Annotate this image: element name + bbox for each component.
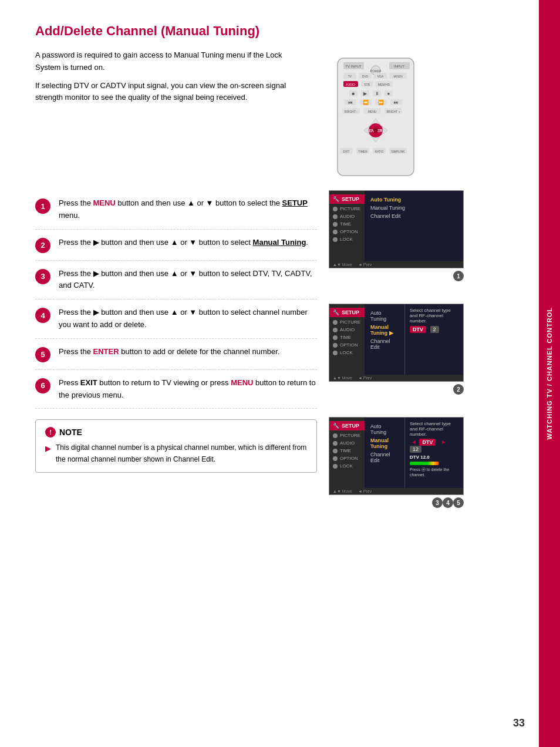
- screen-badge-4: 4: [443, 497, 453, 508]
- detail-text-3a: Select channel type and RF-channel numbe…: [410, 421, 458, 437]
- menu-channel-edit: Channel Edit: [370, 212, 457, 220]
- step-1: 1 Press the MENU button and then use ▲ o…: [35, 190, 317, 230]
- svg-text:BRIGHT -: BRIGHT -: [345, 110, 357, 113]
- note-bullet: ▶: [45, 443, 51, 465]
- sidebar-option-3: OPTION: [329, 455, 365, 462]
- svg-text:MENU: MENU: [368, 110, 377, 113]
- step-4: 4 Press the ▶ button and then use ▲ or ▼…: [35, 300, 317, 339]
- step-text-1: Press the MENU button and then use ▲ or …: [59, 197, 317, 222]
- screen-footer-2: ▲▼ Move ◄ Prev: [329, 375, 463, 381]
- svg-text:RATIO: RATIO: [375, 150, 384, 153]
- step-text-2: Press the ▶ button and then use ▲ or ▼ b…: [59, 237, 317, 249]
- sidebar-audio-3: AUDIO: [329, 439, 365, 447]
- page-number: 33: [513, 717, 525, 729]
- sidebar-label: WATCHING TV / CHANNEL CONTROL: [546, 307, 553, 439]
- step-3: 3 Press the ▶ button and then use ▲ or ▼…: [35, 261, 317, 300]
- note-box: ! NOTE ▶ This digital channel number is …: [35, 419, 317, 472]
- menu-auto-tuning: Auto Tuning: [370, 196, 457, 204]
- svg-text:⏮: ⏮: [348, 100, 353, 105]
- screen-detail-2: Select channel type and RF-channel numbe…: [404, 304, 463, 375]
- intro-para1: A password is required to gain access to…: [35, 49, 305, 74]
- step-number-6: 6: [35, 378, 50, 393]
- note-item-1: ▶ This digital channel number is a physi…: [45, 442, 307, 465]
- note-icon: !: [45, 427, 56, 438]
- svg-text:DVD: DVD: [362, 75, 369, 78]
- step-6: 6 Press EXIT button to return to TV view…: [35, 370, 317, 409]
- svg-text:BRIGHT +: BRIGHT +: [386, 110, 400, 113]
- screen-footer-3: ▲▼ Move ◄ Prev: [329, 488, 463, 494]
- screen-mockup-3: 🔧 SETUP PICTURE AUDIO TIME: [329, 417, 464, 514]
- screen-detail-3: Select channel type and RF-channel numbe…: [404, 418, 463, 488]
- detail-text-2a: Select channel type and RF-channel numbe…: [410, 308, 458, 324]
- sidebar-picture-3: PICTURE: [329, 432, 365, 439]
- step-text-6: Press EXIT button to return to TV viewin…: [59, 377, 317, 402]
- screen-mockup-1: 🔧 SETUP PICTURE AUDIO TIME: [329, 190, 464, 287]
- svg-text:⏭: ⏭: [394, 100, 399, 105]
- step-text-4: Press the ▶ button and then use ▲ or ▼ b…: [59, 307, 317, 331]
- svg-text:INPUT: INPUT: [394, 65, 404, 68]
- sidebar-lock-3: LOCK: [329, 462, 365, 470]
- menu-manual-tuning: Manual Tuning: [370, 204, 457, 212]
- screen-badge-3: 3: [432, 497, 443, 508]
- menu-channel-edit-2: Channel Edit: [370, 337, 399, 351]
- step-text-5: Press the ENTER button to add or delete …: [59, 346, 317, 358]
- svg-text:TV: TV: [348, 75, 352, 78]
- note-label: NOTE: [59, 428, 82, 437]
- step-number-3: 3: [35, 269, 50, 284]
- detail-press-delete: Press ⓔ to delete the channel.: [410, 467, 458, 477]
- svg-text:STB: STB: [364, 83, 370, 86]
- screen-footer-1: ▲▼ Move ◄ Prev: [329, 261, 463, 268]
- step-5: 5 Press the ENTER button to add or delet…: [35, 339, 317, 370]
- svg-text:POWER: POWER: [370, 69, 382, 73]
- page-title: Add/Delete Channel (Manual Tuning): [35, 23, 510, 39]
- menu-auto-tuning-3: Auto Tuning: [370, 422, 399, 436]
- menu-channel-edit-3: Channel Edit: [370, 450, 399, 465]
- svg-text:VGA: VGA: [377, 75, 384, 78]
- screen-badge-1: 1: [453, 271, 464, 281]
- note-text: This digital channel number is a physica…: [56, 442, 307, 465]
- screen-badge-5: 5: [453, 497, 464, 508]
- svg-text:MGEN: MGEN: [394, 75, 403, 78]
- step-number-1: 1: [35, 198, 50, 214]
- sidebar-lock: LOCK: [329, 235, 365, 243]
- remote-image: TV INPUT POWER INPUT TV DVD VGA: [317, 49, 434, 179]
- svg-text:EXIT: EXIT: [343, 150, 349, 153]
- sidebar-option-2: OPTION: [329, 341, 365, 349]
- menu-manual-tuning-3: Manual Tuning: [370, 436, 399, 450]
- svg-text:MEM/HD: MEM/HD: [378, 83, 390, 86]
- svg-text:TV INPUT: TV INPUT: [345, 65, 362, 68]
- sidebar-right: WATCHING TV / CHANNEL CONTROL: [539, 0, 560, 747]
- sidebar-audio-2: AUDIO: [329, 326, 365, 334]
- svg-text:●: ●: [387, 91, 390, 96]
- sidebar-setup-3: 🔧 SETUP: [329, 421, 365, 430]
- menu-manual-tuning-2: Manual Tuning ▶: [370, 323, 399, 337]
- sidebar-lock-2: LOCK: [329, 349, 365, 356]
- sidebar-picture: PICTURE: [329, 205, 365, 213]
- svg-text:TIMER: TIMER: [358, 150, 367, 153]
- intro-para2: If selecting DTV or CADTV input signal, …: [35, 80, 305, 105]
- sidebar-audio: AUDIO: [329, 213, 365, 220]
- sidebar-setup-2: 🔧 SETUP: [329, 308, 365, 317]
- step-text-3: Press the ▶ button and then use ▲ or ▼ b…: [59, 268, 317, 292]
- sidebar-time-3: TIME: [329, 447, 365, 455]
- svg-text:▶: ▶: [363, 91, 367, 96]
- screen-mockup-2: 🔧 SETUP PICTURE AUDIO TIME: [329, 304, 464, 401]
- sidebar-picture-2: PICTURE: [329, 318, 365, 326]
- detail-dtv-3: ◄ DTV ► 12: [410, 439, 458, 453]
- svg-text:■: ■: [352, 91, 355, 96]
- svg-text:SIMPLINK: SIMPLINK: [391, 150, 405, 153]
- step-number-4: 4: [35, 308, 50, 323]
- sidebar-time-2: TIME: [329, 334, 365, 341]
- sidebar-setup: 🔧 SETUP: [329, 194, 365, 204]
- step-number-5: 5: [35, 347, 50, 362]
- sidebar-time: TIME: [329, 220, 365, 228]
- signal-bar: [410, 462, 439, 465]
- screen-badge-2: 2: [453, 384, 464, 395]
- svg-text:⏩: ⏩: [378, 99, 384, 105]
- menu-auto-tuning-2: Auto Tuning: [370, 309, 399, 323]
- svg-text:⏸: ⏸: [375, 91, 379, 96]
- detail-dtv-2: DTV 2: [410, 326, 458, 333]
- detail-dtv-label: DTV 12.0: [410, 455, 458, 460]
- step-2: 2 Press the ▶ button and then use ▲ or ▼…: [35, 230, 317, 261]
- step-number-2: 2: [35, 238, 50, 253]
